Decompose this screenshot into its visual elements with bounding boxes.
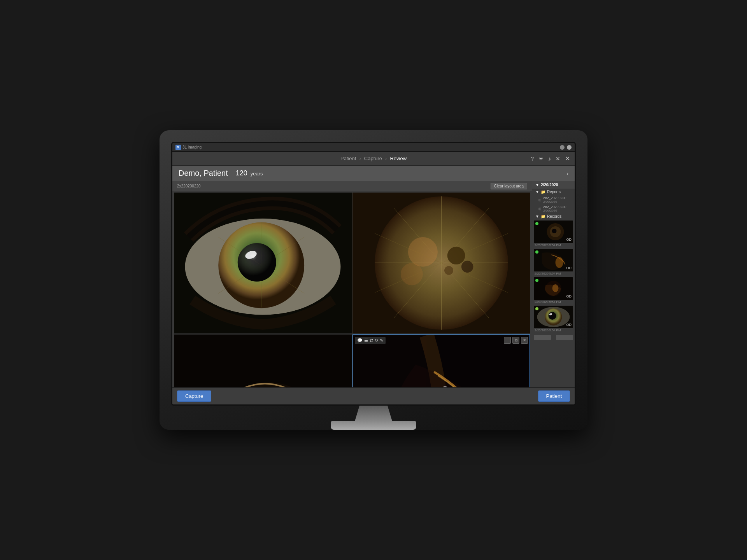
patient-age-number: 120 bbox=[236, 169, 247, 177]
report-item-2-name: 2x2_20200220 bbox=[543, 205, 566, 209]
thumb-status-dot-4 bbox=[535, 307, 538, 310]
help-icon[interactable]: ? bbox=[531, 156, 534, 162]
patient-name: Demo, Patient bbox=[179, 169, 228, 178]
title-bar: 3L 3L Imaging bbox=[172, 143, 575, 152]
navigation-bar: Patient › Capture › Review ? ☀ ♪ ✕ ✕ bbox=[172, 152, 575, 166]
nav-icon-group: ? ☀ ♪ ✕ ✕ bbox=[531, 155, 570, 162]
stand-base bbox=[331, 421, 416, 430]
svg-rect-21 bbox=[174, 334, 352, 387]
image-cell-3[interactable] bbox=[174, 334, 352, 387]
patient-age-info: 120 years bbox=[236, 169, 263, 177]
breadcrumb-review: Review bbox=[390, 156, 407, 161]
app-logo: 3L 3L Imaging bbox=[175, 145, 202, 150]
svg-point-16 bbox=[447, 247, 465, 264]
svg-point-18 bbox=[444, 266, 453, 275]
svg-point-17 bbox=[461, 261, 473, 273]
close-nav-icon[interactable]: ✕ bbox=[565, 155, 570, 162]
report-item-1-name: 2x2_20200220 bbox=[543, 196, 566, 200]
thumb-label-4: OD bbox=[566, 323, 572, 327]
cell-close-button[interactable]: ✕ bbox=[521, 337, 528, 344]
cell-comment-icon[interactable]: 💬 bbox=[357, 338, 363, 343]
thumbnail-image-2: OD bbox=[534, 249, 573, 271]
sidebar-records-collapse-icon: ▼ bbox=[535, 214, 539, 219]
maximize-button[interactable] bbox=[567, 145, 572, 150]
sidebar-records-folder-icon: 📁 bbox=[541, 214, 545, 219]
breadcrumb: Patient › Capture › Review bbox=[340, 156, 407, 161]
patient-header: Demo, Patient 120 years › bbox=[172, 166, 575, 181]
stand-neck bbox=[350, 406, 397, 421]
thumbnail-image-1: OD bbox=[534, 220, 573, 243]
layout-label-bar: 2x220200220 Clear layout area bbox=[172, 181, 532, 191]
thumb-date-1: 2/20/2020 5:54 PM bbox=[534, 243, 573, 247]
clear-layout-button[interactable]: Clear layout area bbox=[491, 183, 527, 189]
brightness-icon[interactable]: ☀ bbox=[538, 156, 544, 162]
sidebar-reports-collapse-icon: ▼ bbox=[535, 190, 539, 194]
window-controls bbox=[560, 145, 572, 150]
cell-action-buttons: ⧉ ✕ bbox=[504, 337, 528, 344]
svg-point-33 bbox=[552, 229, 557, 233]
report-item-2-date: 2/20/2020 bbox=[543, 209, 566, 212]
patient-button[interactable]: Patient bbox=[538, 390, 570, 402]
thumb-status-dot-3 bbox=[535, 279, 538, 282]
app-content: Demo, Patient 120 years › 2x220200220 Cl… bbox=[172, 166, 575, 387]
minimize-button[interactable] bbox=[560, 145, 565, 150]
thumb-date-3: 2/20/2020 5:54 PM bbox=[534, 300, 573, 304]
thumbnail-image-4: OD bbox=[534, 306, 573, 328]
report-item-1-info: 2x2_20200220 2/20/2020 bbox=[543, 196, 566, 203]
cell-copy-button[interactable]: ⧉ bbox=[512, 337, 519, 344]
thumb-date-4: 2/20/2020 5:54 PM bbox=[534, 328, 573, 332]
cell-flip-icon[interactable]: ⇄ bbox=[370, 338, 373, 343]
image-cell-4-active[interactable]: 💬 ☰ ⇄ ↻ ✎ ⧉ ✕ bbox=[352, 334, 530, 387]
svg-point-19 bbox=[408, 237, 438, 267]
sidebar-record-thumb-4[interactable]: OD 2/20/2020 5:54 PM bbox=[532, 305, 575, 333]
sidebar-date-text: 2/20/2020 bbox=[541, 183, 558, 187]
image-cell-1[interactable] bbox=[174, 192, 352, 334]
thumb-status-dot-2 bbox=[535, 250, 538, 254]
report-item-2-info: 2x2_20200220 2/20/2020 bbox=[543, 205, 566, 212]
svg-point-35 bbox=[556, 257, 563, 268]
sidebar-bottom-pagination bbox=[532, 333, 575, 342]
breadcrumb-sep-2: › bbox=[385, 156, 387, 161]
sidebar-reports-section[interactable]: ▼ 📁 Reports bbox=[532, 189, 575, 195]
sidebar-collapse-button[interactable]: › bbox=[566, 170, 568, 177]
sidebar-reports-label: Reports bbox=[547, 190, 561, 194]
layout-label-text: 2x220200220 bbox=[177, 184, 201, 188]
svg-point-38 bbox=[552, 284, 559, 292]
sidebar-report-item-1[interactable]: ⊞ 2x2_20200220 2/20/2020 bbox=[532, 195, 575, 204]
svg-point-20 bbox=[401, 263, 423, 285]
report-item-1-date: 2/20/2020 bbox=[543, 200, 566, 203]
patient-age-label: years bbox=[251, 171, 263, 177]
sidebar-report-item-2[interactable]: ⊞ 2x2_20200220 2/20/2020 bbox=[532, 204, 575, 213]
monitor-stand bbox=[171, 406, 576, 430]
thumb-label-2: OD bbox=[566, 266, 572, 270]
audio-icon[interactable]: ♪ bbox=[548, 156, 551, 162]
breadcrumb-capture[interactable]: Capture bbox=[364, 156, 382, 161]
thumb-date-2: 2/20/2020 5:54 PM bbox=[534, 271, 573, 276]
cell-blank-button[interactable] bbox=[504, 337, 511, 344]
sidebar-reports-folder-icon: 📁 bbox=[541, 190, 545, 194]
app-name: 3L Imaging bbox=[182, 145, 202, 149]
cell-rotate-icon[interactable]: ↻ bbox=[375, 338, 378, 343]
capture-button[interactable]: Capture bbox=[177, 390, 211, 402]
svg-point-42 bbox=[549, 312, 556, 320]
cell-edit-icon[interactable]: ✎ bbox=[380, 338, 383, 343]
sidebar-record-thumb-3[interactable]: OD 2/20/2020 5:54 PM bbox=[532, 276, 575, 305]
pagination-dot-1 bbox=[534, 335, 551, 340]
image-cell-2[interactable] bbox=[352, 192, 530, 334]
thumb-label-3: OD bbox=[566, 294, 572, 298]
sidebar-record-thumb-1[interactable]: OD 2/20/2020 5:54 PM bbox=[532, 220, 575, 248]
breadcrumb-patient[interactable]: Patient bbox=[340, 156, 356, 161]
sidebar-records-section[interactable]: ▼ 📁 Records bbox=[532, 213, 575, 220]
sidebar-record-thumb-2[interactable]: OD 2/20/2020 5:54 PM bbox=[532, 248, 575, 276]
sidebar-collapse-icon: ▼ bbox=[535, 183, 539, 187]
content-area: 2x220200220 Clear layout area bbox=[172, 181, 532, 387]
cell-adjust-icon[interactable]: ☰ bbox=[364, 338, 368, 343]
sidebar-date-header[interactable]: ▼ 2/20/2020 bbox=[532, 181, 575, 189]
svg-point-6 bbox=[238, 243, 276, 282]
thumb-status-dot-1 bbox=[535, 222, 538, 225]
settings-icon[interactable]: ✕ bbox=[556, 156, 560, 162]
footer-bar: Capture Patient bbox=[172, 387, 575, 404]
breadcrumb-sep-1: › bbox=[359, 156, 361, 161]
report-grid-icon-2: ⊞ bbox=[538, 207, 542, 211]
sidebar-records-label: Records bbox=[547, 214, 561, 219]
